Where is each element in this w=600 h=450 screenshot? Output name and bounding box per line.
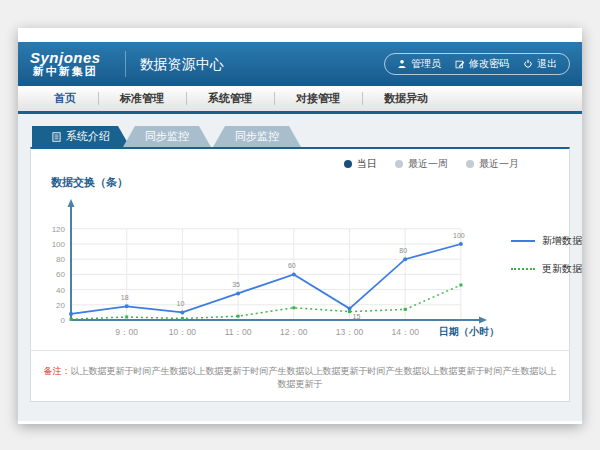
legend-item-new-data: 新增数据 (511, 234, 582, 248)
content-area: 系统介绍 同步监控 同步监控 当日 最近一周 (18, 114, 582, 421)
radio-label: 最近一月 (479, 157, 519, 171)
radio-label: 当日 (357, 157, 377, 171)
tab-sync-monitor-2[interactable]: 同步监控 (213, 126, 301, 147)
document-icon (52, 132, 61, 142)
radio-dot-icon (466, 160, 474, 168)
company-logo: Synjones 新中新集团 (30, 50, 113, 77)
footnote-prefix: 备注： (44, 366, 71, 376)
edit-icon (455, 59, 465, 69)
time-range-filter: 当日 最近一周 最近一月 (41, 157, 559, 171)
svg-text:9：00: 9：00 (115, 327, 138, 337)
legend-line-dotted-icon (511, 268, 535, 270)
change-password-button[interactable]: 修改密码 (455, 57, 509, 71)
tab-label: 同步监控 (145, 126, 189, 147)
svg-text:0: 0 (61, 316, 66, 325)
svg-text:15: 15 (353, 313, 361, 320)
main-nav: 首页 标准管理 系统管理 对接管理 数据异动 (18, 86, 582, 114)
chart-row: 0204060801001209：0010：0011：0012：0013：001… (41, 192, 559, 342)
app-window: Synjones 新中新集团 数据资源中心 管理员 修改密码 (18, 28, 582, 424)
radio-last-month[interactable]: 最近一月 (466, 157, 519, 171)
tab-sync-monitor-1[interactable]: 同步监控 (123, 126, 211, 147)
svg-text:60: 60 (56, 270, 65, 279)
svg-text:日期（小时）: 日期（小时） (439, 326, 499, 337)
svg-text:12：00: 12：00 (280, 327, 308, 337)
radio-today[interactable]: 当日 (344, 157, 377, 171)
tab-label: 系统介绍 (66, 126, 110, 147)
admin-user-button[interactable]: 管理员 (397, 57, 441, 71)
svg-text:60: 60 (288, 262, 296, 269)
radio-last-week[interactable]: 最近一周 (395, 157, 448, 171)
nav-item-system-mgmt[interactable]: 系统管理 (186, 86, 274, 111)
svg-text:18: 18 (121, 294, 129, 301)
svg-text:35: 35 (232, 281, 240, 288)
legend-label: 新增数据 (542, 234, 582, 248)
tab-label: 同步监控 (235, 126, 279, 147)
header-bar: Synjones 新中新集团 数据资源中心 管理员 修改密码 (18, 42, 582, 86)
logout-button[interactable]: 退出 (523, 57, 557, 71)
nav-item-standard-mgmt[interactable]: 标准管理 (98, 86, 186, 111)
line-chart: 0204060801001209：0010：0011：0012：0013：001… (41, 192, 503, 342)
divider (31, 350, 569, 351)
svg-text:80: 80 (56, 255, 65, 264)
tab-system-intro[interactable]: 系统介绍 (32, 126, 130, 147)
nav-item-home[interactable]: 首页 (32, 86, 98, 111)
svg-text:13：00: 13：00 (336, 327, 364, 337)
user-icon (397, 59, 407, 69)
svg-text:14：00: 14：00 (391, 327, 419, 337)
svg-text:10: 10 (177, 300, 185, 307)
chart-legend: 新增数据 更新数据 (511, 234, 582, 342)
nav-item-connect-mgmt[interactable]: 对接管理 (274, 86, 362, 111)
chart-panel: 当日 最近一周 最近一月 数据交换（条） 0204060801001209：00… (30, 147, 570, 402)
svg-text:20: 20 (56, 301, 65, 310)
user-menu: 管理员 修改密码 退出 (384, 53, 570, 75)
y-axis-title: 数据交换（条） (51, 175, 559, 190)
footnote-text: 以上数据更新于时间产生数据以上数据更新于时间产生数据以上数据更新于时间产生数据以… (71, 366, 557, 389)
radio-dot-icon (395, 160, 403, 168)
nav-item-data-change[interactable]: 数据异动 (362, 86, 450, 111)
logo-text-cn: 新中新集团 (30, 66, 101, 78)
radio-dot-icon (344, 160, 352, 168)
svg-text:11：00: 11：00 (225, 327, 252, 337)
svg-text:80: 80 (399, 247, 407, 254)
tab-bar: 系统介绍 同步监控 同步监控 (30, 126, 570, 147)
logout-label: 退出 (537, 57, 557, 71)
svg-text:100: 100 (453, 232, 465, 239)
legend-line-solid-icon (511, 240, 535, 242)
page-title: 数据资源中心 (125, 51, 224, 77)
footnote: 备注：以上数据更新于时间产生数据以上数据更新于时间产生数据以上数据更新于时间产生… (41, 365, 559, 393)
power-icon (523, 59, 533, 69)
legend-label: 更新数据 (542, 262, 582, 276)
svg-text:120: 120 (52, 225, 66, 234)
radio-label: 最近一周 (408, 157, 448, 171)
svg-text:10：00: 10：00 (169, 327, 197, 337)
change-password-label: 修改密码 (469, 57, 509, 71)
legend-item-updated-data: 更新数据 (511, 262, 582, 276)
window-top-strip (18, 28, 582, 42)
svg-text:100: 100 (52, 240, 66, 249)
svg-text:40: 40 (56, 286, 65, 295)
logo-text-en: Synjones (30, 50, 101, 66)
admin-label: 管理员 (411, 57, 441, 71)
